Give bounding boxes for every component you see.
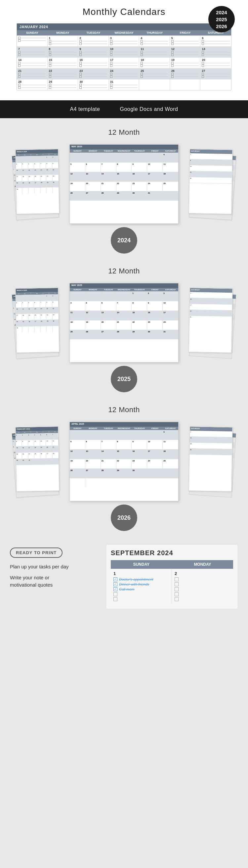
stack-left-front-2025: MARCH 2025 SMTWTFS 12 3456789 1011121314…	[15, 288, 59, 353]
feature-text-1: Plan up your tasks per day	[10, 563, 76, 571]
year-badge: 2024 2025 2026	[208, 6, 235, 32]
center-cal-title-2025: MAY 2025	[70, 283, 178, 288]
cal-cell	[200, 80, 231, 90]
cal-cell: 30	[78, 80, 109, 90]
preview-day-1-cell: 1 Doctor's appointment Dinner with frien…	[111, 569, 172, 604]
preview-item-5	[113, 597, 169, 601]
preview-week-row: 1 Doctor's appointment Dinner with frien…	[111, 569, 233, 604]
section-2025: 12 Month JANUARY 2025 SMTWTFS 1234 56789…	[0, 257, 248, 396]
cal-cell: 31	[109, 80, 140, 90]
preview-item-d2-1	[175, 577, 231, 581]
cal-cell: 14	[17, 58, 48, 68]
cal-cell: 12	[170, 47, 201, 57]
cal-cell: 29	[48, 80, 78, 90]
preview-empty-check-d2-5	[175, 597, 179, 601]
preview-item-1: Doctor's appointment	[113, 577, 169, 581]
preview-item-d2-2	[175, 582, 231, 586]
section-2024-title: 12 Month	[10, 128, 238, 137]
cal-cell: 6	[200, 36, 231, 46]
preview-item-text-3: Call mom	[119, 587, 134, 591]
cal-cell: 17	[109, 58, 140, 68]
cal-cell: 15	[48, 58, 78, 68]
day-friday: FRIDAY	[170, 30, 201, 35]
cal-cell	[170, 80, 201, 90]
cal-cell: 8	[48, 47, 78, 57]
preview-item-d2-3	[175, 587, 231, 591]
section-2025-title: 12 Month	[10, 267, 238, 275]
preview-checkbox-2	[113, 582, 117, 586]
banner: A4 template Google Docs and Word	[0, 100, 248, 118]
cal-week-2: 7 8 9 10 11 12 13	[17, 46, 231, 57]
preview-empty-check-5	[113, 597, 117, 601]
banner-left-text: A4 template	[70, 106, 100, 112]
cal-cell: 19	[170, 58, 201, 68]
main-title: Monthly Calendars	[13, 7, 235, 17]
cal-week-4: 21 22 23 24 25 26 27	[17, 68, 231, 79]
stack-right-front-2026: SATURDAY 4111825	[188, 426, 233, 492]
cal-cell: 26	[170, 68, 201, 79]
preview-checkbox-1	[113, 577, 117, 581]
center-cal-title-2026: APRIL 2025	[70, 422, 178, 427]
cal-cell: 21	[17, 68, 48, 79]
cal-cell: 18	[139, 58, 170, 68]
cal-cell: 22	[48, 68, 78, 79]
feature-text-2: Write your note or motivational quotes	[10, 574, 76, 589]
preview-checkbox-3	[113, 587, 117, 591]
center-cal-2024: MAY 2024 SUNDAY MONDAY TUESDAY WEDNESDAY…	[69, 144, 179, 224]
preview-empty-check-4	[113, 592, 117, 596]
preview-item-4	[113, 592, 169, 596]
cal-cell: 27	[200, 68, 231, 79]
preview-card: SEPTEMBER 2024 SUNDAY MONDAY 1 Doctor's …	[106, 544, 238, 609]
day-tuesday: TUESDAY	[78, 30, 109, 35]
cal-cell: 11	[139, 47, 170, 57]
cal-month-header: JANUARY 2024	[17, 24, 231, 30]
cal-cell: 16	[78, 58, 109, 68]
year-badge-line2: 2025	[216, 16, 227, 23]
cal-cell: 9	[78, 47, 109, 57]
year-badge-line3: 2026	[216, 23, 227, 30]
cal-cell	[17, 36, 48, 46]
cal-cell: 7	[17, 47, 48, 57]
ready-badge: READY TO PRINT	[10, 548, 63, 558]
preview-item-2: Dinner with friends	[113, 582, 169, 586]
cal-days-header: SUNDAY MONDAY TUESDAY WEDNESDAY THURSDAY…	[17, 30, 231, 35]
preview-day2-num: 2	[175, 571, 231, 576]
preview-item-text-1: Doctor's appointment	[119, 577, 153, 581]
preview-empty-check-d2-1	[175, 577, 179, 581]
banner-right-text: Google Docs and Word	[120, 106, 178, 112]
preview-empty-check-d2-2	[175, 582, 179, 586]
section-2026: 12 Month FEBRUARY 2026 SMTWTFS 1234567 8…	[0, 396, 248, 534]
cal-cell: 28	[17, 80, 48, 90]
year-circle-2026: 2026	[111, 504, 137, 531]
cal-cell: 2	[78, 36, 109, 46]
cal-cell: 20	[200, 58, 231, 68]
cal-cell: 1	[48, 36, 78, 46]
stack-right-front-2024: SATURDAY 18152229	[188, 149, 233, 214]
day-thursday: THURSDAY	[139, 30, 170, 35]
stack-left-front-2024: MARCH 2024 S M T W T F S 12 3456789 1011…	[15, 149, 59, 214]
day-sunday: SUNDAY	[17, 30, 48, 35]
cal-cell: 24	[109, 68, 140, 79]
preview-item-d2-4	[175, 592, 231, 596]
preview-item-d2-5	[175, 597, 231, 601]
preview-day-header-monday: MONDAY	[172, 560, 233, 569]
preview-days-row: SUNDAY MONDAY	[111, 560, 233, 569]
preview-day1-num: 1	[113, 571, 169, 576]
preview-empty-check-d2-3	[175, 587, 179, 591]
cal-cell: 4	[139, 36, 170, 46]
bottom-section: READY TO PRINT Plan up your tasks per da…	[0, 534, 248, 622]
year-circle-2024: 2024	[111, 227, 137, 254]
center-cal-2025: MAY 2025 SUNDAY MONDAY TUESDAY WEDNESDAY…	[69, 283, 179, 363]
stack-right-front-2025: SATURDAY 310172431	[188, 288, 233, 353]
cal-cell: 25	[139, 68, 170, 79]
cal-cell: 5	[170, 36, 201, 46]
cal-cell: 13	[200, 47, 231, 57]
cal-week-3: 14 15 16 17 18 19 20	[17, 57, 231, 68]
cal-week-5: 28 29 30 31	[17, 79, 231, 90]
cal-cell: 10	[109, 47, 140, 57]
day-monday: MONDAY	[48, 30, 78, 35]
center-cal-2026: APRIL 2025 SUNDAY MONDAY TUESDAY WEDNESD…	[69, 422, 179, 501]
section-2024: 12 Month JANUARY 2024 S M T W T F S 1 2 …	[0, 118, 248, 257]
stack-left-front-2026: FEBRUARY 2026 SMTWTFS 1234567 8910111213…	[15, 426, 59, 492]
year-circle-2025: 2025	[111, 366, 137, 392]
